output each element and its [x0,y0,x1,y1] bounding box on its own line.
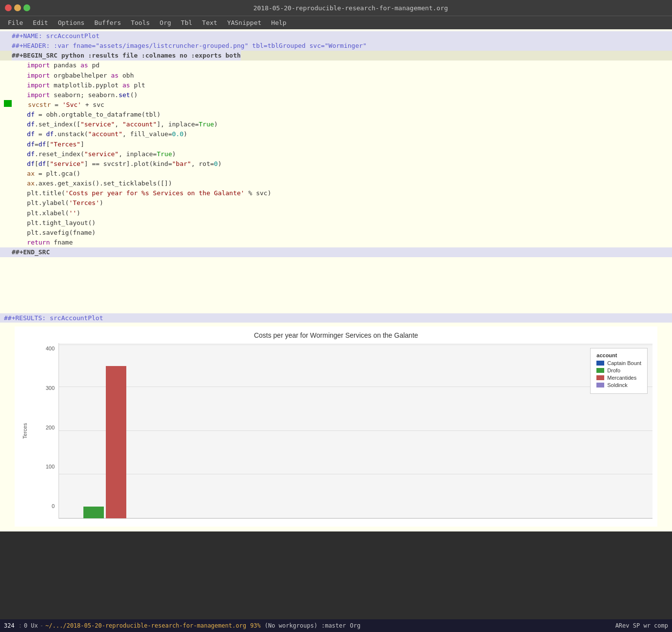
menu-item-org[interactable]: Org [156,18,175,27]
code-line-svcstr: svcstr = 'Svc' + svc [0,100,672,110]
legend-item-mercantides: Mercantides [596,375,641,381]
y-label-100: 100 [46,464,55,469]
statusbar-ux: 0 Ux [24,622,38,629]
statusbar: 324 : 0 Ux - ~/.../2018-05-20-reproducib… [0,619,672,632]
close-button[interactable] [5,4,12,11]
legend-label-drofo: Drofo [607,367,620,373]
legend-label-mercantides: Mercantides [607,375,636,381]
y-label-200: 200 [46,425,55,430]
breakpoint-marker [4,100,12,107]
y-axis: 400 300 200 100 0 [34,343,59,519]
menu-item-text[interactable]: Text [198,18,221,27]
y-label-0: 0 [52,503,55,509]
legend-label-captain: Captain Bount [607,360,641,366]
code-line-plt-ylabel: plt.ylabel('Terces') [0,198,672,208]
grid-100 [59,474,652,474]
results-area: ##+RESULTS: srcAccountPlot Costs per yea… [0,312,672,531]
statusbar-pct: 93% [250,622,261,629]
y-label-300: 300 [46,385,55,391]
menu-item-help[interactable]: Help [267,18,290,27]
y-axis-title: Terces [22,423,28,439]
legend-color-mercantides [596,375,604,380]
bar-drofo [83,507,104,518]
code-line-return: return fname [0,238,672,247]
window-title: 2018-05-20-reproducible-research-for-man… [34,4,667,12]
menu-item-edit[interactable]: Edit [29,18,52,27]
code-line-plt-tight: plt.tight_layout() [0,218,672,228]
grid-400 [59,345,652,345]
legend-item-drofo: Drofo [596,367,641,373]
code-line-plt-xlabel: plt.xlabel('') [0,208,672,218]
legend-item-captain: Captain Bount [596,360,641,366]
menu-item-buffers[interactable]: Buffers [90,18,125,27]
statusbar-linenum: 324 [4,622,15,629]
menu-item-tools[interactable]: Tools [127,18,154,27]
menu-item-options[interactable]: Options [54,18,89,27]
code-editor[interactable]: ##+NAME: srcAccountPlot ##+HEADER: :var … [0,29,672,312]
legend-title: account [596,352,641,358]
titlebar: 2018-05-20-reproducible-research-for-man… [0,0,672,16]
legend-item-soldinck: Soldinck [596,382,641,388]
maximize-button[interactable] [23,4,30,11]
org-end-line: ##+END_SRC [0,247,672,257]
legend-color-drofo [596,368,604,373]
code-line-3: import matplotlib.pyplot as plt [0,81,672,90]
chart-legend: account Captain Bount Drofo Mercantides [590,348,648,394]
code-line-df4: df=df["Terces"] [0,140,672,149]
chart-container: Costs per year for Worminger Services on… [15,326,657,527]
statusbar-no-workgroups: (No workgroups) [265,622,317,629]
code-line-df3: df = df.unstack("account", fill_value=0.… [0,129,672,139]
statusbar-mode: Org [350,622,361,629]
org-begin-line: ##+BEGIN_SRC python :results file :colna… [0,51,672,61]
grid-300 [59,387,652,387]
chart-title: Costs per year for Worminger Services on… [20,331,652,339]
org-name-line: ##+NAME: srcAccountPlot [0,31,672,41]
statusbar-branch: :master [321,622,346,629]
minimize-button[interactable] [14,4,21,11]
menu-item-file[interactable]: File [4,18,27,27]
code-line-df2: df.set_index(["service", "account"], inp… [0,120,672,129]
bar-mercantides [106,366,126,518]
code-line-1: import pandas as pd [0,61,672,70]
chart-inner: Terces 400 300 200 100 0 [20,343,652,519]
code-line-ax2: ax.axes.get_xaxis().set_ticklabels([]) [0,179,672,188]
plot-area: account Captain Bount Drofo Mercantides [59,343,652,519]
code-line-plot: df[df["service"] == svcstr].plot(kind="b… [0,159,672,169]
code-line-2: import orgbabelhelper as obh [0,71,672,81]
results-header-line: ##+RESULTS: srcAccountPlot [0,313,672,323]
window-controls [5,4,30,11]
legend-color-captain [596,361,604,366]
legend-label-soldinck: Soldinck [607,382,628,388]
statusbar-extra: ARev SP wr comp [615,622,668,629]
legend-color-soldinck [596,383,604,387]
grid-200 [59,430,652,431]
code-line-savefig: plt.savefig(fname) [0,228,672,238]
code-line-plt-title: plt.title('Costs per year for %s Service… [0,188,672,198]
code-line-4: import seaborn; seaborn.set() [0,90,672,100]
menubar: FileEditOptionsBuffersToolsOrgTblTextYAS… [0,16,672,29]
menu-item-tbl[interactable]: Tbl [177,18,196,27]
bar-group [83,366,126,518]
code-line-df1: df = obh.orgtable_to_dataframe(tbl) [0,110,672,120]
org-header-line: ##+HEADER: :var fname="assets/images/lis… [0,41,672,51]
grid-0 [59,518,652,518]
code-line-ax1: ax = plt.gca() [0,169,672,179]
y-label-400: 400 [46,346,55,351]
code-line-df5: df.reset_index("service", inplace=True) [0,149,672,159]
menu-item-yasnippet[interactable]: YASnippet [223,18,265,27]
statusbar-path: ~/.../2018-05-20-reproducible-research-f… [45,622,246,629]
